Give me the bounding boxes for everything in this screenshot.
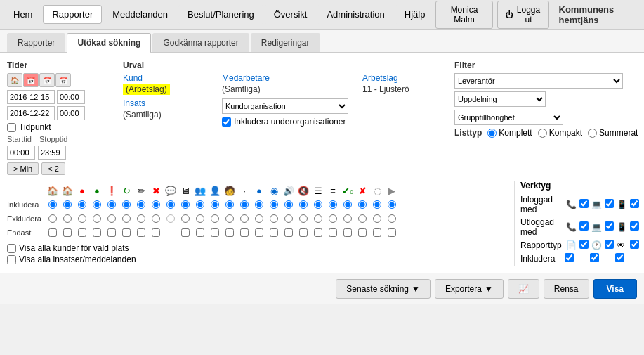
nav-oversikt[interactable]: Översikt	[265, 5, 317, 24]
calendar-icon-2[interactable]: 📅	[23, 73, 39, 87]
inkl-radio-6[interactable]	[137, 200, 145, 209]
inkl-radio-10[interactable]	[196, 200, 204, 209]
listtyp-summerat-radio[interactable]	[588, 129, 597, 138]
exkl-radio-17[interactable]	[299, 214, 308, 223]
end-cb-10[interactable]	[196, 228, 204, 237]
visa-button[interactable]: Visa	[593, 279, 637, 299]
end-cb-16[interactable]	[284, 228, 293, 237]
min-button[interactable]: > Min	[7, 162, 39, 175]
end-cb-14[interactable]	[255, 228, 263, 237]
exkl-radio-12[interactable]	[225, 214, 234, 223]
end-cb-0[interactable]	[48, 228, 57, 237]
exkl-radio-6[interactable]	[137, 214, 145, 223]
time-input-2[interactable]	[57, 106, 85, 120]
chart-button[interactable]: 📈	[508, 279, 539, 299]
visa-insatser-checkbox[interactable]	[7, 255, 16, 264]
end-cb-3[interactable]	[93, 228, 101, 237]
inkl-radio-23[interactable]	[388, 200, 396, 209]
medarbetare-link[interactable]: Medarbetare	[222, 73, 348, 83]
end-cb-15[interactable]	[270, 228, 278, 237]
calendar-icon-1[interactable]: 🏠	[7, 73, 22, 87]
inkl-radio-4[interactable]	[107, 200, 116, 209]
exkl-radio-10[interactable]	[196, 214, 204, 223]
calendar-icon-3[interactable]: 📅	[39, 73, 55, 87]
arbetslag-link[interactable]: Arbetslag	[362, 73, 447, 83]
num-button[interactable]: < 2	[41, 162, 65, 175]
grupptillhorighet-select[interactable]: Grupptillhörighet	[454, 110, 563, 125]
inkl-radio-18[interactable]	[314, 200, 322, 209]
end-cb-1[interactable]	[63, 228, 72, 237]
end-cb-4[interactable]	[107, 228, 116, 237]
insats-link[interactable]: Insats	[123, 98, 208, 108]
exkl-radio-15[interactable]	[270, 214, 278, 223]
exkl-radio-5[interactable]	[122, 214, 131, 223]
visa-kunder-checkbox[interactable]	[7, 244, 16, 253]
subtab-rapporter[interactable]: Rapporter	[7, 33, 65, 52]
end-cb-5[interactable]	[122, 228, 131, 237]
exkl-radio-19[interactable]	[329, 214, 337, 223]
end-cb-23[interactable]	[388, 228, 396, 237]
exkl-radio-0[interactable]	[48, 214, 57, 223]
inkl-radio-19[interactable]	[329, 200, 337, 209]
date-input-2[interactable]	[7, 106, 55, 120]
inkl-radio-22[interactable]	[373, 200, 381, 209]
exkl-radio-18[interactable]	[314, 214, 322, 223]
exkl-radio-7[interactable]	[152, 214, 160, 223]
inkl-radio-12[interactable]	[225, 200, 234, 209]
nav-hem[interactable]: Hem	[4, 5, 41, 24]
inkl-radio-0[interactable]	[48, 200, 57, 209]
exkl-radio-20[interactable]	[343, 214, 352, 223]
time-input-1[interactable]	[57, 90, 85, 104]
end-cb-11[interactable]	[211, 228, 219, 237]
subtab-redigeringar[interactable]: Redigeringar	[251, 33, 320, 52]
nav-meddelanden[interactable]: Meddelanden	[103, 5, 177, 24]
kundorg-select[interactable]: Kundorganisation	[222, 98, 348, 114]
inkl-radio-21[interactable]	[358, 200, 367, 209]
end-cb-13[interactable]	[240, 228, 249, 237]
inkludera-checkbox[interactable]	[222, 117, 231, 127]
end-cb-18[interactable]	[314, 228, 322, 237]
inkl-radio-16[interactable]	[284, 200, 293, 209]
nav-hjalp[interactable]: Hjälp	[395, 5, 435, 24]
listtyp-komplett-radio[interactable]	[487, 129, 497, 138]
end-cb-20[interactable]	[343, 228, 352, 237]
inkl-radio-14[interactable]	[255, 200, 263, 209]
exportera-button[interactable]: Exportera ▼	[435, 279, 504, 299]
end-cb-17[interactable]	[299, 228, 308, 237]
nav-rapporter[interactable]: Rapporter	[43, 5, 102, 24]
logout-button[interactable]: ⏻ Logga ut	[497, 1, 549, 29]
exkl-radio-16[interactable]	[284, 214, 293, 223]
date-input-1[interactable]	[7, 90, 55, 104]
exkl-radio-9[interactable]	[181, 214, 190, 223]
inkl-radio-20[interactable]	[343, 200, 352, 209]
end-cb-9[interactable]	[181, 228, 190, 237]
exkl-radio-22[interactable]	[373, 214, 381, 223]
rensa-button[interactable]: Rensa	[544, 279, 589, 299]
end-cb-19[interactable]	[329, 228, 337, 237]
inkl-radio-8[interactable]	[166, 200, 175, 209]
exkl-radio-11[interactable]	[211, 214, 219, 223]
inkl-radio-7[interactable]	[152, 200, 160, 209]
exkl-radio-23[interactable]	[388, 214, 396, 223]
inkl-radio-17[interactable]	[299, 200, 308, 209]
inkl-radio-13[interactable]	[240, 200, 249, 209]
subtab-godkanna[interactable]: Godkänna rapporter	[152, 33, 249, 52]
nav-administration[interactable]: Administration	[317, 5, 393, 24]
leverantor-select[interactable]: Leverantör	[454, 73, 623, 89]
start-time-input[interactable]	[7, 146, 35, 160]
exkl-radio-14[interactable]	[255, 214, 263, 223]
listtyp-kompakt-radio[interactable]	[538, 129, 547, 138]
senaste-sokning-button[interactable]: Senaste sökning ▼	[336, 279, 431, 299]
exkl-radio-3[interactable]	[93, 214, 101, 223]
end-cb-12[interactable]	[225, 228, 234, 237]
exkl-radio-4[interactable]	[107, 214, 116, 223]
end-cb-7[interactable]	[152, 228, 160, 237]
inkl-radio-2[interactable]	[78, 200, 86, 209]
end-cb-6[interactable]	[137, 228, 145, 237]
calendar-icon-4[interactable]: 📅	[55, 73, 71, 87]
end-cb-2[interactable]	[78, 228, 86, 237]
nav-beslut[interactable]: Beslut/Planering	[178, 5, 263, 24]
inkl-radio-11[interactable]	[211, 200, 219, 209]
inkl-radio-3[interactable]	[93, 200, 101, 209]
inkl-radio-9[interactable]	[181, 200, 190, 209]
